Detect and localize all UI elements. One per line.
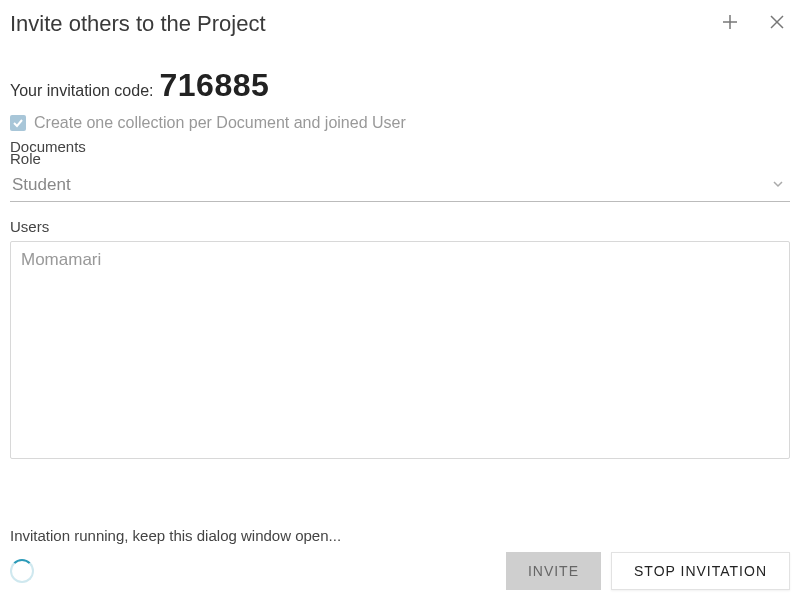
invitation-code-row: Your invitation code: 716885 — [10, 67, 790, 104]
close-button[interactable] — [764, 9, 790, 38]
dialog-header: Invite others to the Project — [10, 8, 790, 39]
invitation-code-value: 716885 — [160, 67, 270, 104]
footer-row: INVITE STOP INVITATION — [10, 552, 790, 590]
chevron-down-icon — [772, 176, 790, 194]
create-collection-checkbox-row[interactable]: Create one collection per Document and j… — [10, 114, 790, 132]
plus-icon — [720, 12, 740, 35]
users-label: Users — [10, 218, 790, 235]
role-label: Role — [10, 150, 790, 167]
invite-button[interactable]: INVITE — [506, 552, 601, 590]
dialog-footer: Invitation running, keep this dialog win… — [10, 513, 790, 590]
close-icon — [768, 13, 786, 34]
role-field: Documents Role Student — [10, 150, 790, 202]
stop-invitation-button[interactable]: STOP INVITATION — [611, 552, 790, 590]
users-section: Users Momamari — [10, 218, 790, 459]
header-actions — [716, 8, 790, 39]
add-button[interactable] — [716, 8, 744, 39]
create-collection-checkbox-label: Create one collection per Document and j… — [34, 114, 406, 132]
status-text: Invitation running, keep this dialog win… — [10, 527, 790, 544]
role-select[interactable]: Student — [10, 169, 790, 202]
footer-buttons: INVITE STOP INVITATION — [506, 552, 790, 590]
invite-dialog: Invite others to the Project — [0, 0, 800, 598]
invitation-code-label: Your invitation code: — [10, 82, 154, 100]
documents-label: Documents — [10, 138, 86, 155]
dialog-title: Invite others to the Project — [10, 11, 266, 37]
role-select-value: Student — [12, 175, 71, 195]
list-item: Momamari — [21, 250, 779, 270]
checkbox-checked-icon — [10, 115, 26, 131]
spinner-icon — [10, 559, 34, 583]
users-list[interactable]: Momamari — [10, 241, 790, 459]
